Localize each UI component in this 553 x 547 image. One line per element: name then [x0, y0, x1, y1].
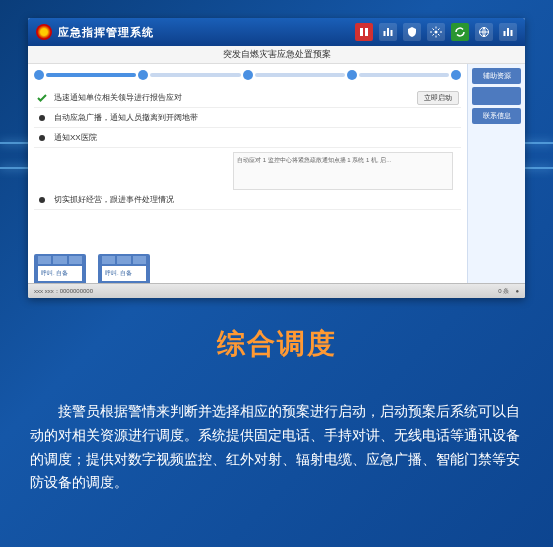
task-label: 自动应急广播，通知人员撤离到开阔地带: [54, 112, 459, 123]
task-label: 通知XX医院: [54, 132, 459, 143]
status-bar: xxx xxx：0000000000 0 条 ●: [28, 283, 525, 298]
side-tab[interactable]: 辅助资源: [472, 68, 521, 84]
bullet-icon: [39, 135, 45, 141]
gear-icon[interactable]: [427, 23, 445, 41]
progress-dot-icon: [451, 70, 461, 80]
svg-rect-1: [365, 28, 368, 36]
task-row[interactable]: 切实抓好经营，跟进事件处理情况: [34, 190, 461, 210]
bottom-tab[interactable]: 呼叫. 自备: [34, 254, 86, 283]
detail-textarea[interactable]: 自动应对 1 监控中心将紧急疏散通知点播 1 系统 1 机, 启...: [233, 152, 453, 190]
progress-dot-icon: [347, 70, 357, 80]
chart-icon[interactable]: [499, 23, 517, 41]
task-row[interactable]: 自动应急广播，通知人员撤离到开阔地带: [34, 108, 461, 128]
progress-step[interactable]: [46, 73, 136, 77]
svg-rect-8: [507, 28, 509, 36]
progress-dot-icon: [243, 70, 253, 80]
progress-step[interactable]: [359, 73, 449, 77]
page-subtitle: 突发自燃灾害应急处置预案: [28, 46, 525, 64]
progress-step[interactable]: [150, 73, 240, 77]
svg-rect-3: [387, 28, 389, 36]
stats-icon[interactable]: [379, 23, 397, 41]
shield-icon[interactable]: [403, 23, 421, 41]
bullet-icon: [39, 115, 45, 121]
task-label: 迅速通知单位相关领导进行报告应对: [54, 92, 411, 103]
globe-icon[interactable]: [475, 23, 493, 41]
alert-icon[interactable]: [355, 23, 373, 41]
status-right: 0 条: [498, 287, 509, 296]
check-icon: [36, 92, 48, 104]
task-action-button[interactable]: 立即启动: [417, 91, 459, 105]
refresh-icon[interactable]: [451, 23, 469, 41]
svg-rect-4: [391, 30, 393, 36]
task-row[interactable]: 通知XX医院: [34, 128, 461, 148]
svg-rect-2: [384, 31, 386, 36]
status-dot-icon: ●: [515, 288, 519, 294]
main-panel: 迅速通知单位相关领导进行报告应对 立即启动 自动应急广播，通知人员撤离到开阔地带…: [28, 64, 467, 283]
svg-point-5: [435, 31, 438, 34]
progress-dot-icon: [34, 70, 44, 80]
app-header: 应急指挥管理系统: [28, 18, 525, 46]
bullet-icon: [39, 197, 45, 203]
bottom-tab-label: 呼叫. 自备: [38, 266, 82, 281]
app-window: 应急指挥管理系统 突发自燃灾害应急处置预案: [28, 18, 525, 298]
page-description: 接警员根据警情来判断并选择相应的预案进行启动，启动预案后系统可以自动的对相关资源…: [30, 400, 523, 495]
progress-dot-icon: [138, 70, 148, 80]
svg-rect-0: [360, 28, 363, 36]
side-tab[interactable]: [472, 87, 521, 105]
page-title: 综合调度: [0, 325, 553, 363]
status-left: xxx xxx：0000000000: [34, 287, 93, 296]
progress-step[interactable]: [255, 73, 345, 77]
app-logo-icon: [36, 24, 52, 40]
svg-rect-7: [504, 31, 506, 36]
bottom-tab[interactable]: 呼叫. 自备: [98, 254, 150, 283]
side-tab[interactable]: 联系信息: [472, 108, 521, 124]
side-panel: 辅助资源 联系信息: [467, 64, 525, 283]
task-label: 切实抓好经营，跟进事件处理情况: [54, 194, 459, 205]
svg-rect-9: [511, 30, 513, 36]
progress-steps: [34, 68, 461, 82]
app-title: 应急指挥管理系统: [58, 25, 355, 40]
bottom-tab-label: 呼叫. 自备: [102, 266, 146, 281]
task-row[interactable]: 迅速通知单位相关领导进行报告应对 立即启动: [34, 88, 461, 108]
